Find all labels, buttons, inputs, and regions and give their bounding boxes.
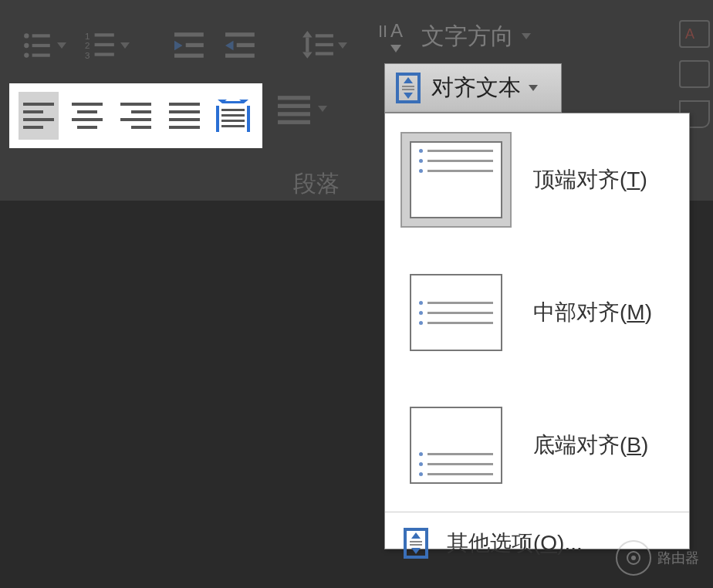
- align-left-button[interactable]: [19, 92, 59, 140]
- shape-fill-partial[interactable]: A: [679, 20, 710, 48]
- align-right-button[interactable]: [116, 92, 156, 140]
- bottom-align-thumbnail: [410, 407, 502, 484]
- line-spacing-button[interactable]: [302, 29, 347, 62]
- numbering-button[interactable]: 1 2 3: [85, 29, 130, 62]
- svg-text:II: II: [378, 22, 387, 41]
- svg-rect-14: [186, 43, 204, 47]
- menu-item-label: 底端对齐(B): [533, 431, 648, 460]
- text-direction-label: 文字方向: [421, 21, 514, 52]
- svg-rect-52: [278, 104, 310, 108]
- svg-rect-45: [216, 106, 219, 132]
- svg-marker-17: [225, 41, 234, 51]
- svg-rect-12: [174, 32, 204, 36]
- menu-item-bottom-align[interactable]: 底端对齐(B): [385, 379, 689, 512]
- svg-rect-7: [95, 33, 114, 36]
- svg-marker-63: [404, 77, 413, 83]
- svg-rect-33: [77, 126, 97, 129]
- svg-rect-24: [316, 43, 333, 46]
- svg-rect-67: [404, 528, 407, 559]
- svg-rect-37: [131, 126, 151, 129]
- svg-rect-48: [221, 114, 245, 117]
- text-direction-button[interactable]: II A 文字方向: [378, 19, 531, 54]
- increase-indent-icon: [225, 29, 258, 62]
- svg-rect-31: [77, 110, 97, 113]
- section-label: 段落: [293, 168, 340, 200]
- svg-rect-50: [221, 125, 245, 127]
- svg-rect-40: [169, 118, 200, 121]
- svg-rect-73: [410, 541, 422, 542]
- align-text-dropdown: 顶端对齐(T) 中部对齐(M) 底端对齐(B): [384, 113, 690, 549]
- shape-outline-partial[interactable]: [679, 60, 710, 88]
- svg-rect-29: [23, 126, 43, 129]
- svg-point-76: [631, 556, 636, 560]
- svg-rect-11: [95, 52, 114, 56]
- align-text-label: 对齐文本: [431, 73, 521, 103]
- decrease-indent-icon: [174, 29, 207, 62]
- svg-rect-35: [131, 110, 151, 113]
- svg-rect-27: [23, 110, 43, 113]
- svg-marker-71: [411, 532, 421, 539]
- svg-rect-30: [72, 103, 103, 106]
- svg-rect-54: [278, 120, 310, 124]
- svg-rect-15: [174, 54, 204, 58]
- svg-text:1: 1: [85, 32, 90, 41]
- menu-item-label: 其他选项(O)...: [447, 529, 583, 558]
- align-distributed-icon: [216, 100, 250, 132]
- align-right-icon: [120, 103, 151, 129]
- increase-indent-button[interactable]: [225, 29, 258, 62]
- line-spacing-icon: [302, 29, 335, 62]
- svg-rect-44: [222, 101, 244, 103]
- svg-rect-36: [120, 118, 151, 121]
- svg-rect-47: [221, 109, 245, 111]
- align-text-button[interactable]: 对齐文本: [384, 63, 562, 113]
- watermark-text: 路由器: [657, 549, 699, 567]
- svg-marker-13: [174, 41, 183, 51]
- numbering-icon: 1 2 3: [85, 29, 117, 62]
- svg-rect-53: [278, 112, 310, 116]
- svg-marker-22: [302, 52, 313, 58]
- alignment-toolbar: [9, 83, 262, 148]
- bullets-icon: [22, 29, 54, 62]
- chevron-down-icon: [338, 42, 347, 49]
- svg-point-4: [24, 52, 29, 57]
- text-direction-icon: II A: [378, 19, 414, 54]
- svg-rect-46: [247, 106, 250, 132]
- watermark: 路由器: [616, 540, 699, 576]
- svg-rect-60: [417, 73, 421, 103]
- svg-rect-19: [225, 54, 255, 58]
- align-justify-icon: [169, 103, 200, 129]
- svg-rect-69: [404, 528, 428, 531]
- menu-item-top-align[interactable]: 顶端对齐(T): [385, 113, 689, 246]
- svg-rect-66: [402, 89, 414, 90]
- svg-point-0: [24, 33, 29, 38]
- align-center-button[interactable]: [67, 92, 107, 140]
- svg-rect-62: [396, 100, 421, 103]
- svg-rect-49: [221, 120, 245, 122]
- menu-item-label: 中部对齐(M): [533, 298, 652, 327]
- svg-rect-41: [169, 126, 200, 129]
- svg-rect-21: [306, 38, 309, 52]
- svg-rect-3: [32, 44, 50, 47]
- align-center-icon: [72, 103, 103, 129]
- svg-rect-70: [404, 556, 428, 559]
- svg-rect-65: [402, 86, 414, 87]
- ribbon-row-lists: 1 2 3: [22, 29, 347, 62]
- bullets-button[interactable]: [22, 29, 66, 62]
- menu-item-middle-align[interactable]: 中部对齐(M): [385, 246, 689, 379]
- align-left-icon: [23, 103, 54, 129]
- middle-align-thumbnail: [410, 274, 502, 351]
- svg-rect-39: [169, 110, 200, 113]
- align-distributed-button[interactable]: [213, 92, 253, 140]
- svg-rect-23: [316, 34, 333, 37]
- svg-rect-51: [278, 96, 310, 100]
- svg-text:3: 3: [85, 51, 90, 60]
- svg-rect-38: [169, 103, 200, 106]
- decrease-indent-button[interactable]: [174, 29, 207, 62]
- chevron-down-icon: [120, 42, 130, 49]
- svg-rect-74: [410, 544, 422, 546]
- svg-rect-59: [396, 73, 399, 103]
- svg-rect-26: [23, 103, 54, 106]
- svg-marker-64: [404, 93, 413, 99]
- chevron-down-icon: [57, 42, 66, 49]
- align-justify-button[interactable]: [164, 92, 204, 140]
